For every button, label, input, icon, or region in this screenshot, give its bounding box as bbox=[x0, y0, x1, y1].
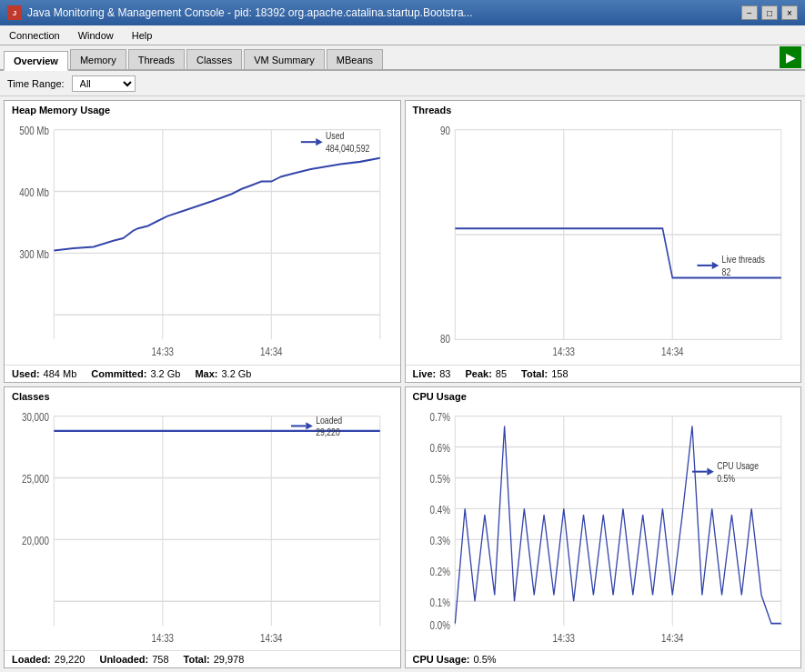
svg-text:500 Mb: 500 Mb bbox=[19, 125, 49, 136]
svg-text:0.0%: 0.0% bbox=[429, 619, 449, 631]
classes-footer: Loaded: 29,220 Unloaded: 758 Total: 29,9… bbox=[5, 650, 400, 667]
menu-connection[interactable]: Connection bbox=[4, 28, 65, 43]
svg-text:0.5%: 0.5% bbox=[429, 472, 449, 484]
svg-text:300 Mb: 300 Mb bbox=[19, 248, 49, 260]
cpu-usage-value: CPU Usage: 0.5% bbox=[413, 654, 497, 665]
menu-bar: Connection Window Help bbox=[0, 25, 805, 45]
heap-memory-footer: Used: 484 Mb Committed: 3.2 Gb Max: 3.2 … bbox=[5, 365, 400, 382]
svg-text:0.3%: 0.3% bbox=[429, 534, 449, 546]
cpu-usage-title: CPU Usage bbox=[406, 387, 801, 404]
threads-title: Threads bbox=[406, 101, 801, 117]
svg-rect-52 bbox=[406, 404, 801, 651]
svg-text:30,000: 30,000 bbox=[22, 410, 49, 422]
title-bar: J Java Monitoring & Management Console -… bbox=[0, 0, 805, 25]
svg-text:Live threads: Live threads bbox=[721, 254, 764, 265]
classes-unloaded: Unloaded: 758 bbox=[99, 654, 168, 665]
svg-text:484,040,592: 484,040,592 bbox=[326, 143, 369, 154]
content-area: Heap Memory Usage 500 Mb 400 Mb 300 Mb bbox=[0, 96, 805, 672]
svg-text:0.5%: 0.5% bbox=[717, 472, 735, 483]
title-bar-controls: − □ × bbox=[741, 5, 798, 20]
svg-text:14:34: 14:34 bbox=[260, 631, 282, 643]
tab-threads[interactable]: Threads bbox=[128, 49, 185, 69]
tab-memory[interactable]: Memory bbox=[70, 49, 126, 69]
tab-mbeans[interactable]: MBeans bbox=[327, 49, 383, 69]
svg-text:14:33: 14:33 bbox=[552, 346, 574, 357]
title-bar-left: J Java Monitoring & Management Console -… bbox=[7, 5, 473, 20]
time-range-select[interactable]: All 1 min 5 min 10 min 30 min 1 hour bbox=[72, 75, 136, 92]
classes-panel: Classes 30,000 25,000 20,000 14:33 14:34 bbox=[4, 386, 401, 669]
svg-text:90: 90 bbox=[440, 125, 450, 136]
svg-text:400 Mb: 400 Mb bbox=[19, 186, 49, 198]
tab-classes[interactable]: Classes bbox=[186, 49, 242, 69]
status-indicator: ▶ bbox=[780, 46, 801, 68]
svg-rect-0 bbox=[5, 117, 400, 365]
threads-footer: Live: 83 Peak: 85 Total: 158 bbox=[406, 365, 801, 382]
heap-committed: Committed: 3.2 Gb bbox=[91, 368, 180, 379]
cpu-usage-chart: 0.7% 0.6% 0.5% 0.4% 0.3% 0.2% 0.1% 0.0% … bbox=[406, 404, 801, 651]
menu-help[interactable]: Help bbox=[126, 28, 158, 43]
tabs-bar: Overview Memory Threads Classes VM Summa… bbox=[0, 45, 805, 71]
heap-memory-chart: 500 Mb 400 Mb 300 Mb 14:33 14:34 Used 48… bbox=[5, 117, 400, 365]
classes-total: Total: 29,978 bbox=[184, 654, 245, 665]
svg-text:14:33: 14:33 bbox=[552, 631, 574, 643]
classes-title: Classes bbox=[5, 387, 400, 404]
classes-loaded: Loaded: 29,220 bbox=[12, 654, 85, 665]
svg-text:Loaded: Loaded bbox=[316, 414, 342, 425]
threads-live: Live: 83 bbox=[413, 368, 451, 379]
svg-text:29,220: 29,220 bbox=[316, 426, 340, 437]
cpu-usage-panel: CPU Usage 0.7% 0.6% 0.5% 0.4% bbox=[405, 386, 802, 669]
threads-total: Total: 158 bbox=[521, 368, 568, 379]
tab-overview[interactable]: Overview bbox=[4, 51, 68, 71]
maximize-button[interactable]: □ bbox=[761, 5, 778, 20]
time-range-label: Time Range: bbox=[7, 78, 65, 89]
svg-text:0.6%: 0.6% bbox=[429, 441, 449, 453]
heap-memory-panel: Heap Memory Usage 500 Mb 400 Mb 300 Mb bbox=[4, 100, 401, 383]
toolbar: Time Range: All 1 min 5 min 10 min 30 mi… bbox=[0, 71, 805, 96]
svg-rect-34 bbox=[5, 404, 400, 651]
svg-text:0.4%: 0.4% bbox=[429, 503, 449, 515]
svg-text:0.1%: 0.1% bbox=[429, 596, 449, 607]
heap-max: Max: 3.2 Gb bbox=[195, 368, 251, 379]
java-icon: J bbox=[7, 5, 22, 20]
threads-panel: Threads 90 80 14:33 14:34 bbox=[405, 100, 802, 383]
threads-chart: 90 80 14:33 14:34 Live threads 82 bbox=[406, 117, 801, 365]
svg-text:14:33: 14:33 bbox=[152, 631, 174, 643]
classes-chart: 30,000 25,000 20,000 14:33 14:34 Loaded … bbox=[5, 404, 400, 651]
svg-text:0.2%: 0.2% bbox=[429, 565, 449, 577]
svg-text:14:34: 14:34 bbox=[260, 346, 282, 357]
heap-memory-title: Heap Memory Usage bbox=[5, 101, 400, 117]
svg-text:14:34: 14:34 bbox=[661, 346, 683, 357]
tab-vm-summary[interactable]: VM Summary bbox=[244, 49, 325, 69]
heap-used: Used: 484 Mb bbox=[12, 368, 76, 379]
close-button[interactable]: × bbox=[781, 5, 798, 20]
svg-text:82: 82 bbox=[721, 266, 730, 277]
svg-text:Used: Used bbox=[326, 130, 344, 141]
svg-text:20,000: 20,000 bbox=[22, 534, 49, 546]
svg-text:14:33: 14:33 bbox=[152, 346, 174, 357]
svg-text:14:34: 14:34 bbox=[661, 631, 683, 643]
cpu-usage-footer: CPU Usage: 0.5% bbox=[406, 650, 801, 667]
svg-text:0.7%: 0.7% bbox=[429, 410, 449, 422]
svg-text:80: 80 bbox=[440, 333, 450, 345]
svg-rect-18 bbox=[406, 117, 801, 365]
svg-text:CPU Usage: CPU Usage bbox=[717, 460, 759, 471]
threads-peak: Peak: 85 bbox=[465, 368, 507, 379]
minimize-button[interactable]: − bbox=[741, 5, 758, 20]
window-title: Java Monitoring & Management Console - p… bbox=[27, 6, 473, 19]
menu-window[interactable]: Window bbox=[73, 28, 119, 43]
svg-text:25,000: 25,000 bbox=[22, 472, 49, 484]
